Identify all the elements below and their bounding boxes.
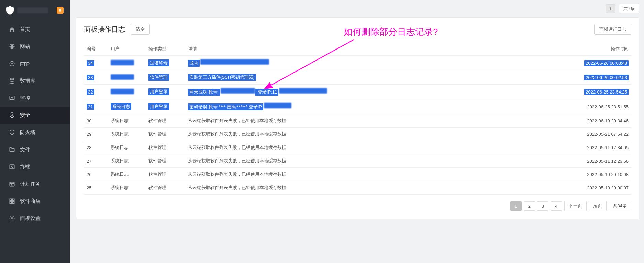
cell-detail: 成功 [185,56,575,70]
cell-user: 系统日志 [108,154,146,168]
sidebar: 0 首页网站FTP数据库监控安全防火墙文件终端计划任务软件商店面板设置 [0,0,70,263]
folder-icon [9,146,15,153]
svg-rect-9 [13,202,14,204]
sidebar-item-label: 面板设置 [20,215,41,222]
table-row[interactable]: 33软件管理安装第三方插件[SSH密钥管理器]2022-06-26 00:02:… [84,70,631,85]
panel-runlog-button[interactable]: 面板运行日志 [594,24,631,35]
cell-time: 2022-06-26 00:03:48 [575,56,631,70]
shield-icon [9,112,15,118]
cell-op: 软件管理 [146,181,185,195]
cell-time: 2022-05-11 12:23:56 [575,154,631,168]
col-user: 用户 [108,42,146,56]
logo-shield-icon [6,6,14,15]
sidebar-item-home[interactable]: 首页 [0,21,70,38]
sidebar-item-terminal[interactable]: 终端 [0,158,70,175]
pager-page-4[interactable]: 4 [551,201,562,211]
ftp-icon [9,61,15,67]
pager-next[interactable]: 下一页 [564,201,587,211]
globe-icon [9,43,15,50]
cell-op: 软件管理 [146,70,185,85]
sidebar-item-label: 终端 [20,164,30,170]
notification-badge[interactable]: 0 [57,7,64,14]
cell-detail: 从云端获取软件列表失败，已经使用本地缓存数据 [185,168,575,181]
sidebar-item-label: 文件 [20,146,30,153]
cell-op: 软件管理 [146,128,185,141]
home-icon [9,26,15,32]
col-detail: 详情 [185,42,575,56]
cell-user: 系统日志 [108,99,146,114]
sidebar-item-globe[interactable]: 网站 [0,38,70,55]
cell-id: 28 [84,141,108,154]
brand: 0 [0,0,70,21]
table-row[interactable]: 31系统日志用户登录密码错误,帐号:****,密码:******,登录IP202… [84,99,631,114]
cell-time: 2022-05-21 07:54:22 [575,128,631,141]
pager-page-2[interactable]: 2 [524,201,535,211]
cell-detail: 从云端获取软件列表失败，已经使用本地缓存数据 [185,141,575,154]
cell-time: 2022-05-10 20:00:07 [575,181,631,195]
sidebar-item-label: 数据库 [20,78,35,84]
svg-rect-4 [10,165,14,169]
table-row[interactable]: 32用户登录登录成功,帐号:,登录IP:112022-06-25 23:54:2… [84,85,631,99]
cell-user [108,56,146,70]
table-row[interactable]: 30系统日志软件管理从云端获取软件列表失败，已经使用本地缓存数据2022-06-… [84,114,631,128]
table-header-row: 编号 用户 操作类型 详情 操作时间 [84,42,631,56]
cell-user [108,70,146,85]
sidebar-item-monitor[interactable]: 监控 [0,89,70,107]
table-row[interactable]: 26系统日志软件管理从云端获取软件列表失败，已经使用本地缓存数据2022-05-… [84,168,631,181]
col-time: 操作时间 [575,42,631,56]
appstore-icon [9,198,15,204]
svg-rect-7 [13,199,14,200]
sidebar-item-shield[interactable]: 安全 [0,107,70,124]
panel-title: 面板操作日志 [84,25,125,34]
main-area: 1 共7条 面板操作日志 清空 面板运行日志 编号 用户 操作类型 详情 操作时… [71,0,644,263]
cell-id: 31 [84,99,108,114]
svg-rect-8 [10,202,11,204]
sidebar-item-label: 软件商店 [20,198,41,205]
table-row[interactable]: 34宝塔终端成功2022-06-26 00:03:48 [84,56,631,70]
brand-text-blurred [17,7,48,13]
top-total-count: 共7条 [619,4,639,13]
bottom-pager: 1234下一页尾页共34条 [84,201,631,211]
table-row[interactable]: 29系统日志软件管理从云端获取软件列表失败，已经使用本地缓存数据2022-05-… [84,128,631,141]
table-row[interactable]: 27系统日志软件管理从云端获取软件列表失败，已经使用本地缓存数据2022-05-… [84,154,631,168]
cell-op: 软件管理 [146,168,185,181]
cell-id: 30 [84,114,108,128]
firewall-icon [9,129,15,135]
sidebar-item-ftp[interactable]: FTP [0,55,70,72]
col-op: 操作类型 [146,42,185,56]
cell-detail: 从云端获取软件列表失败，已经使用本地缓存数据 [185,128,575,141]
pager-page-1[interactable]: 1 [510,201,522,211]
cell-time: 2022-06-25 23:51:55 [575,99,631,114]
sidebar-item-cron[interactable]: 计划任务 [0,175,70,193]
sidebar-nav: 首页网站FTP数据库监控安全防火墙文件终端计划任务软件商店面板设置 [0,21,70,227]
cell-detail: 从云端获取软件列表失败，已经使用本地缓存数据 [185,114,575,128]
sidebar-item-settings[interactable]: 面板设置 [0,210,70,227]
sidebar-item-label: 安全 [20,112,30,119]
log-panel: 面板操作日志 清空 面板运行日志 编号 用户 操作类型 详情 操作时间 34宝塔… [76,17,639,219]
table-row[interactable]: 25系统日志软件管理从云端获取软件列表失败，已经使用本地缓存数据2022-05-… [84,181,631,195]
cell-id: 33 [84,70,108,85]
clear-logs-button[interactable]: 清空 [131,24,150,35]
pager-last[interactable]: 尾页 [589,201,607,211]
cell-user: 系统日志 [108,181,146,195]
cell-detail: 登录成功,帐号:,登录IP:11 [185,85,575,99]
cell-time: 2022-06-19 20:34:46 [575,114,631,128]
cell-id: 25 [84,181,108,195]
cell-op: 用户登录 [146,85,185,99]
table-row[interactable]: 28系统日志软件管理从云端获取软件列表失败，已经使用本地缓存数据2022-05-… [84,141,631,154]
sidebar-item-label: 计划任务 [20,181,41,187]
cell-op: 软件管理 [146,114,185,128]
cell-id: 34 [84,56,108,70]
sidebar-item-firewall[interactable]: 防火墙 [0,124,70,141]
sidebar-item-folder[interactable]: 文件 [0,141,70,158]
pager-page-3[interactable]: 3 [537,201,548,211]
sidebar-item-appstore[interactable]: 软件商店 [0,193,70,210]
sidebar-item-database[interactable]: 数据库 [0,72,70,89]
log-table: 编号 用户 操作类型 详情 操作时间 34宝塔终端成功2022-06-26 00… [84,42,631,195]
sidebar-item-label: 防火墙 [20,129,35,136]
cell-detail: 密码错误,帐号:****,密码:******,登录IP [185,99,575,114]
cell-detail: 安装第三方插件[SSH密钥管理器] [185,70,575,85]
svg-point-10 [11,218,13,219]
col-id: 编号 [84,42,108,56]
cell-op: 软件管理 [146,141,185,154]
